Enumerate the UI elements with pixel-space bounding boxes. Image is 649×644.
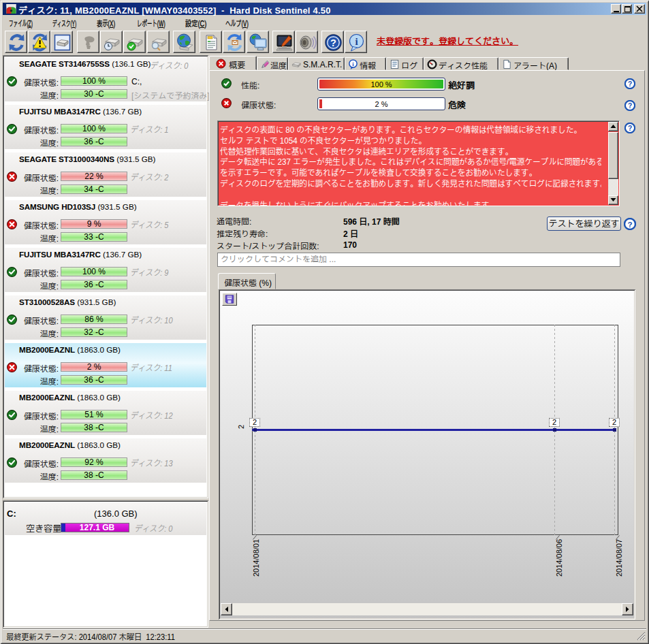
svg-text:?: ? bbox=[627, 221, 632, 229]
svg-text:?: ? bbox=[628, 125, 632, 132]
svg-text:?: ? bbox=[628, 102, 632, 110]
svg-text:i: i bbox=[355, 36, 358, 47]
svg-text:?: ? bbox=[330, 37, 336, 48]
svg-text:?: ? bbox=[628, 80, 632, 88]
